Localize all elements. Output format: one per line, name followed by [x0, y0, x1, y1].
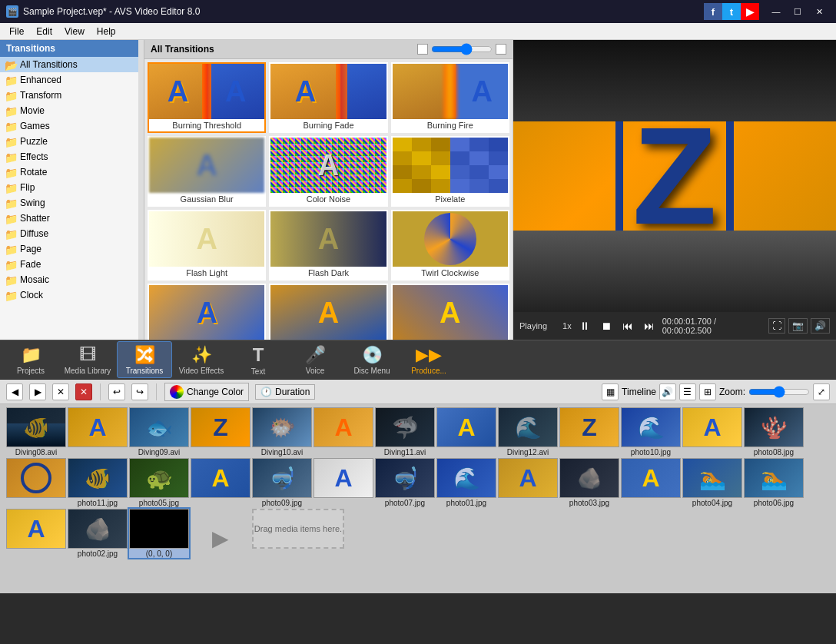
tool-voice[interactable]: 🎤 Voice	[287, 341, 343, 378]
stop-button[interactable]: ⏹	[598, 318, 615, 334]
sidebar-item-page[interactable]: 📁 Page	[0, 241, 144, 257]
media-item-diving11[interactable]: 🦈 Diving11.avi	[375, 407, 435, 456]
sidebar-item-puzzle[interactable]: 📁 Puzzle	[0, 134, 144, 149]
media-item-a5[interactable]: A	[191, 458, 250, 507]
transition-more-2[interactable]: A Slide	[269, 284, 387, 340]
transition-flash-dark[interactable]: A Flash Dark	[269, 210, 387, 281]
tool-transitions[interactable]: 🔀 Transitions	[117, 341, 172, 378]
media-item-black[interactable]: (0, 0, 0)	[129, 509, 189, 558]
sidebar-item-clock[interactable]: 📁 Clock	[0, 287, 144, 303]
transition-burning-fade[interactable]: A Burning Fade	[269, 62, 387, 133]
media-item-photo03[interactable]: 🪨 photo03.jpg	[559, 458, 619, 507]
view-small-icon[interactable]	[417, 44, 428, 55]
media-item-a4[interactable]: A	[682, 407, 742, 456]
media-item-a9[interactable]: A	[6, 509, 66, 558]
media-item-photo09[interactable]: 🤿 photo09.jpg	[252, 458, 312, 507]
redo2-button[interactable]: ↪	[131, 383, 148, 400]
media-item-diving09[interactable]: 🐟 Diving09.avi	[129, 407, 189, 456]
fit-button[interactable]: ⤢	[813, 383, 830, 400]
media-item-photo02[interactable]: 🪨 photo02.jpg	[68, 509, 128, 558]
sidebar-item-shatter[interactable]: 📁 Shatter	[0, 211, 144, 226]
view-large-icon[interactable]	[496, 44, 506, 55]
tool-projects[interactable]: 📁 Projects	[3, 341, 58, 378]
transition-burning-threshold[interactable]: A A Burning Threshold	[148, 62, 266, 133]
delete-button[interactable]: ✕	[52, 383, 69, 400]
list-button[interactable]: ☰	[679, 383, 696, 400]
minimize-button[interactable]: —	[765, 4, 787, 19]
sidebar-item-enhanced[interactable]: 📁 Enhanced	[0, 72, 144, 88]
prev-button[interactable]: ⏮	[619, 318, 636, 334]
media-item-photo05[interactable]: 🐢 photo05.jpg	[129, 458, 189, 507]
media-item-photo06[interactable]: 🏊 photo06.jpg	[744, 458, 804, 507]
sidebar-item-mosaic[interactable]: 📁 Mosaic	[0, 272, 144, 287]
sidebar-item-games[interactable]: 📁 Games	[0, 118, 144, 134]
cancel-button[interactable]: ✕	[75, 383, 92, 400]
tool-disc-menu[interactable]: 💿 Disc Menu	[344, 341, 400, 378]
sidebar-item-swing[interactable]: 📁 Swing	[0, 195, 144, 211]
tool-text[interactable]: T Text	[231, 341, 286, 378]
media-item-z2[interactable]: Z	[559, 407, 619, 456]
tool-produce[interactable]: ▶▶ Produce...	[401, 341, 456, 378]
media-item-diving08[interactable]: 🐠 Diving08.avi	[6, 407, 66, 456]
transition-twirl-clockwise[interactable]: Twirl Clockwise	[391, 210, 509, 281]
media-item-a1[interactable]: A	[68, 407, 128, 456]
zoom-slider[interactable]	[748, 386, 810, 398]
transition-color-noise[interactable]: A Color Noise	[269, 136, 387, 207]
youtube-icon[interactable]: ▶	[741, 3, 759, 20]
menu-file[interactable]: File	[3, 25, 30, 38]
transition-more-1[interactable]: A Wave	[148, 284, 266, 340]
transition-gaussian-blur[interactable]: A Gaussian Blur	[148, 136, 266, 207]
maximize-button[interactable]: ☐	[787, 4, 808, 19]
sidebar-item-rotate[interactable]: 📁 Rotate	[0, 164, 144, 180]
size-slider[interactable]	[431, 43, 493, 55]
media-item-photo10[interactable]: 🌊 photo10.jpg	[621, 407, 681, 456]
volume-button[interactable]: 🔊	[811, 318, 830, 334]
play-pause-button[interactable]: ⏸	[576, 318, 593, 334]
audio-button[interactable]: 🔊	[659, 383, 676, 400]
facebook-icon[interactable]: f	[704, 3, 722, 20]
sidebar-item-transform[interactable]: 📁 Transform	[0, 88, 144, 103]
snapshot-button[interactable]: 📷	[788, 318, 808, 334]
change-color-button[interactable]: Change Color	[164, 383, 249, 401]
transition-more-3[interactable]: A Rotate	[391, 284, 509, 340]
tool-video-effects[interactable]: ✨ Video Effects	[174, 341, 229, 378]
sidebar-item-fade[interactable]: 📁 Fade	[0, 257, 144, 272]
view-toggle[interactable]: ⊞	[699, 383, 716, 400]
sidebar-item-movie[interactable]: 📁 Movie	[0, 103, 144, 118]
undo2-button[interactable]: ↩	[108, 383, 125, 400]
close-button[interactable]: ✕	[808, 4, 830, 19]
media-item-a7[interactable]: A	[498, 458, 558, 507]
media-item-diving12[interactable]: 🌊 Diving12.avi	[498, 407, 558, 456]
fullscreen-button[interactable]: ⛶	[768, 318, 785, 334]
menu-view[interactable]: View	[58, 25, 91, 38]
sidebar-item-effects[interactable]: 📁 Effects	[0, 149, 144, 164]
media-item-a3[interactable]: A	[436, 407, 496, 456]
transition-burning-fire[interactable]: A Burning Fire	[391, 62, 509, 133]
media-item-a2[interactable]: A	[314, 407, 373, 456]
next-button[interactable]: ⏭	[641, 318, 658, 334]
tool-media-library[interactable]: 🎞 Media Library	[60, 341, 115, 378]
media-item-photo04[interactable]: 🏊 photo04.jpg	[682, 458, 742, 507]
media-item-z1[interactable]: Z	[191, 407, 250, 456]
transition-flash-light[interactable]: A Flash Light	[148, 210, 266, 281]
media-library-area[interactable]: 🐠 Diving08.avi A 🐟 Diving09.avi Z 🐡	[0, 404, 836, 593]
transitions-grid[interactable]: A A Burning Threshold A	[144, 59, 513, 340]
media-item-a8[interactable]: A	[621, 458, 681, 507]
transitions-list[interactable]: 📂 All Transitions 📁 Enhanced 📁 Transform…	[0, 57, 144, 340]
sidebar-item-flip[interactable]: 📁 Flip	[0, 180, 144, 195]
sidebar-item-all-transitions[interactable]: 📂 All Transitions	[0, 57, 144, 72]
media-item-circle[interactable]	[6, 458, 66, 507]
menu-edit[interactable]: Edit	[30, 25, 58, 38]
transition-pixelate[interactable]: Pixelate	[391, 136, 509, 207]
sidebar-item-diffuse[interactable]: 📁 Diffuse	[0, 226, 144, 241]
redo-button[interactable]: ▶	[29, 383, 46, 400]
media-item-photo01[interactable]: 🌊 photo01.jpg	[436, 458, 496, 507]
media-item-diving10[interactable]: 🐡 Diving10.avi	[252, 407, 312, 456]
media-item-a6[interactable]: A	[314, 458, 373, 507]
undo-button[interactable]: ◀	[6, 383, 23, 400]
view-grid-button[interactable]: ▦	[602, 383, 619, 400]
media-item-photo08[interactable]: 🪸 photo08.jpg	[744, 407, 804, 456]
media-item-photo07[interactable]: 🤿 photo07.jpg	[375, 458, 435, 507]
media-item-photo11[interactable]: 🐠 photo11.jpg	[68, 458, 128, 507]
menu-help[interactable]: Help	[91, 25, 122, 38]
